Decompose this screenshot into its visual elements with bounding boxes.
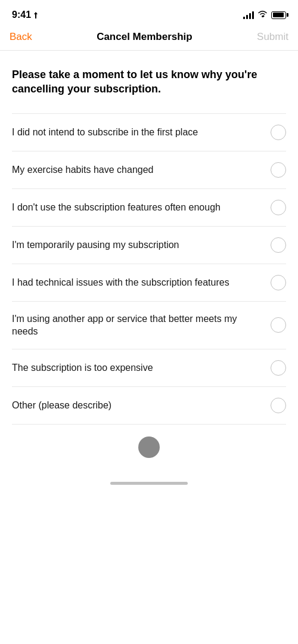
radio-button[interactable]: [271, 200, 286, 215]
status-time: 9:41: [12, 10, 38, 20]
option-label: Other (please describe): [12, 399, 271, 412]
list-item[interactable]: The subscription is too expensive: [12, 349, 286, 387]
nav-bar: Back Cancel Membership Submit: [0, 26, 298, 51]
option-label: I'm using another app or service that be…: [12, 312, 271, 338]
back-button[interactable]: Back: [10, 31, 32, 43]
list-item[interactable]: My exercise habits have changed: [12, 151, 286, 189]
home-indicator-area: [0, 476, 298, 497]
list-item[interactable]: I don't use the subscription features of…: [12, 189, 286, 227]
status-bar: 9:41: [0, 0, 298, 26]
radio-button[interactable]: [271, 237, 286, 253]
radio-button[interactable]: [271, 125, 286, 140]
list-item[interactable]: I'm temporarily pausing my subscription: [12, 227, 286, 264]
radio-button[interactable]: [271, 317, 286, 333]
scroll-indicator: [0, 425, 298, 464]
location-icon: [33, 12, 38, 18]
option-label: The subscription is too expensive: [12, 361, 271, 374]
radio-button[interactable]: [271, 398, 286, 413]
main-content: Please take a moment to let us know why …: [0, 51, 298, 425]
option-label: I'm temporarily pausing my subscription: [12, 239, 271, 252]
option-label: I had technical issues with the subscrip…: [12, 276, 271, 289]
wifi-icon: [257, 10, 268, 20]
submit-button[interactable]: Submit: [257, 31, 288, 43]
option-label: I don't use the subscription features of…: [12, 201, 271, 214]
radio-button[interactable]: [271, 275, 286, 290]
radio-button[interactable]: [271, 162, 286, 178]
status-icons: [243, 10, 286, 20]
page-title: Cancel Membership: [97, 31, 193, 43]
home-indicator: [110, 482, 188, 485]
list-item[interactable]: I'm using another app or service that be…: [12, 302, 286, 349]
battery-icon: [271, 11, 286, 19]
svg-point-0: [262, 16, 263, 17]
list-item[interactable]: I did not intend to subscribe in the fir…: [12, 113, 286, 151]
signal-icon: [243, 11, 254, 19]
scroll-dot: [138, 436, 160, 458]
options-list: I did not intend to subscribe in the fir…: [12, 113, 286, 425]
list-item[interactable]: Other (please describe): [12, 387, 286, 425]
radio-button[interactable]: [271, 360, 286, 376]
option-label: I did not intend to subscribe in the fir…: [12, 126, 271, 139]
page-instruction: Please take a moment to let us know why …: [12, 67, 286, 97]
list-item[interactable]: I had technical issues with the subscrip…: [12, 264, 286, 302]
option-label: My exercise habits have changed: [12, 163, 271, 177]
